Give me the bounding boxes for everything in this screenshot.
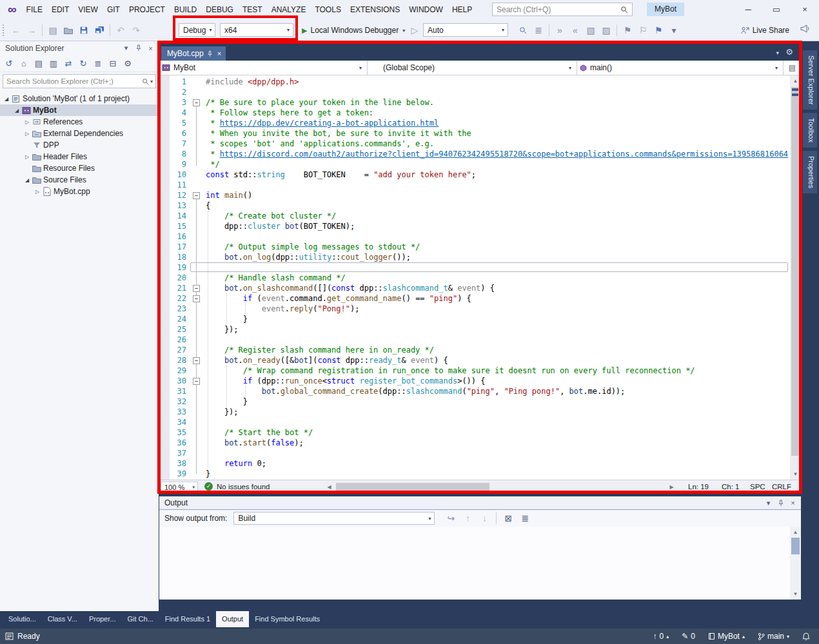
solution-explorer-search-input[interactable] (3, 77, 139, 85)
fold-box-icon[interactable]: − (193, 285, 200, 292)
code-line-29[interactable]: 29 /* Wrap command registration in run_o… (159, 366, 801, 376)
menu-edit[interactable]: EDIT (47, 5, 74, 14)
panel-tab-find-results-1[interactable]: Find Results 1 (159, 611, 216, 627)
window-position-caret-icon[interactable]: ▾ (121, 43, 132, 54)
editor-vertical-scrollbar[interactable]: ▲ ▼ (790, 75, 801, 480)
document-tab-mybot-cpp[interactable]: MyBot.cpp × (161, 46, 226, 61)
code-line-28[interactable]: 28− bot.on_ready([&bot](const dpp::ready… (159, 355, 801, 366)
quick-search-input[interactable] (493, 5, 617, 14)
menu-help[interactable]: HELP (448, 5, 477, 14)
pending-changes-icon[interactable]: ▥ (47, 57, 60, 70)
code-line-14[interactable]: 14 /* Create bot cluster */ (159, 211, 801, 221)
collapsed-arrow-icon[interactable]: ▷ (23, 131, 31, 137)
code-line-7[interactable]: 7 * scopes 'bot' and 'applications.comma… (159, 139, 801, 149)
fold-box-icon[interactable]: − (193, 99, 200, 106)
scroll-up-icon[interactable]: ▲ (790, 75, 801, 86)
scrollbar-thumb[interactable] (791, 87, 800, 456)
code-line-19[interactable]: 19 (159, 262, 801, 273)
tree-item-external-dependencies[interactable]: ▷External Dependencies (0, 128, 159, 139)
goto-message-icon[interactable]: ↪ (444, 511, 458, 525)
code-line-26[interactable]: 26 (159, 335, 801, 345)
code-line-1[interactable]: 1#include <dpp/dpp.h> (159, 77, 801, 87)
back-arrow-icon[interactable]: ← (9, 23, 23, 37)
output-source-dropdown[interactable]: Build ▾ (233, 512, 435, 525)
fold-box-icon[interactable]: − (193, 378, 200, 385)
code-line-3[interactable]: 3−/* Be sure to place your token in the … (159, 97, 801, 108)
tree-item-source-files[interactable]: ◢Source Files (0, 174, 159, 186)
collapse-all-icon[interactable]: ⊟ (106, 57, 119, 70)
code-health-indicator[interactable]: ✓ No issues found (204, 482, 270, 491)
indent-icon[interactable]: » (553, 23, 567, 37)
menu-extensions[interactable]: EXTENSIONS (346, 5, 404, 14)
flag-icon[interactable]: ⚑ (651, 23, 666, 37)
overflow-caret-icon[interactable]: ▾ (667, 23, 681, 37)
code-line-10[interactable]: 10const std::string BOT_TOKEN = "add you… (159, 170, 801, 180)
code-line-34[interactable]: 34 (159, 417, 801, 427)
refresh-icon[interactable]: ↻ (77, 57, 90, 70)
scroll-down-icon[interactable]: ▼ (790, 589, 801, 600)
notifications-bell-icon[interactable] (802, 632, 810, 641)
panel-tab-solutio[interactable]: Solutio... (3, 611, 42, 627)
expanded-arrow-icon[interactable]: ◢ (3, 96, 10, 102)
code-line-38[interactable]: 38 return 0; (159, 458, 801, 469)
vertical-tab-server-explorer[interactable]: Server Explorer (803, 50, 817, 110)
minimize-button[interactable]: ─ (734, 0, 762, 19)
code-line-11[interactable]: 11 (159, 180, 801, 190)
git-branch-picker[interactable]: main ▾ (758, 632, 789, 641)
start-debugging-button[interactable]: ▶ Local Windows Debugger ▾ (302, 23, 405, 37)
tree-item-header-files[interactable]: ▷Header Files (0, 151, 159, 162)
menu-view[interactable]: VIEW (74, 5, 103, 14)
code-line-5[interactable]: 5 * https://dpp.dev/creating-a-bot-appli… (159, 118, 801, 128)
line-numbers-icon[interactable]: ≣ (531, 23, 546, 37)
code-line-17[interactable]: 17 /* Output simple log messages to stdo… (159, 242, 801, 252)
platform-dropdown[interactable]: x64 ▾ (220, 23, 293, 37)
comment-icon[interactable]: ▧ (584, 23, 598, 37)
fold-box-icon[interactable]: − (193, 295, 200, 302)
redo-icon[interactable]: ↷ (129, 23, 143, 37)
solution-name-badge[interactable]: MyBot (647, 3, 684, 16)
panel-tab-proper[interactable]: Proper... (83, 611, 122, 627)
tree-item-mybot[interactable]: ◢MyBot (0, 104, 159, 116)
sync-active-document-icon[interactable]: ⇄ (62, 57, 75, 70)
vertical-tab-properties[interactable]: Properties (803, 151, 817, 193)
code-line-37[interactable]: 37 (159, 448, 801, 458)
tree-item-references[interactable]: ▷References (0, 116, 159, 128)
code-line-31[interactable]: 31 bot.global_command_create(dpp::slashc… (159, 386, 801, 396)
find-in-files-icon[interactable] (516, 23, 530, 37)
fold-collapse-icon[interactable]: − (192, 97, 202, 108)
tree-item-solution-mybot-1-of-1-project[interactable]: ◢Solution 'MyBot' (1 of 1 project) (0, 93, 159, 104)
output-content[interactable]: ▲ ▼ (159, 527, 801, 600)
bookmark-icon[interactable]: ⚑ (620, 23, 635, 37)
code-line-6[interactable]: 6 * When you invite the bot, be sure to … (159, 128, 801, 139)
panel-tab-class-v[interactable]: Class V... (42, 611, 83, 627)
code-line-25[interactable]: 25 }); (159, 324, 801, 335)
code-editor[interactable]: 1#include <dpp/dpp.h>23−/* Be sure to pl… (159, 75, 801, 480)
git-outgoing-commits[interactable]: ↑ 0 ▴ (653, 632, 669, 641)
project-dropdown[interactable]: MyBot ▾ (159, 61, 368, 75)
menu-tools[interactable]: TOOLS (310, 5, 345, 14)
menu-git[interactable]: GIT (103, 5, 124, 14)
open-file-icon[interactable] (61, 23, 75, 37)
fold-box-icon[interactable]: − (193, 357, 200, 364)
window-position-caret-icon[interactable]: ▾ (763, 498, 774, 509)
code-line-39[interactable]: 39} (159, 469, 801, 479)
save-icon[interactable] (77, 23, 91, 37)
forward-arrow-icon[interactable]: → (25, 23, 39, 37)
code-line-13[interactable]: 13{ (159, 200, 801, 211)
menu-test[interactable]: TEST (238, 5, 267, 14)
scroll-left-icon[interactable]: ◀ (324, 482, 334, 493)
fold-collapse-icon[interactable]: − (192, 355, 202, 366)
next-message-icon[interactable]: ↓ (477, 511, 491, 525)
code-line-23[interactable]: 23 event.reply("Pong!"); (159, 304, 801, 314)
tree-item-mybot-cpp[interactable]: ▷MyBot.cpp (0, 186, 159, 197)
scroll-down-icon[interactable]: ▼ (790, 469, 801, 480)
hot-reload-mode-dropdown[interactable]: Auto ▾ (423, 23, 508, 37)
background-tasks-icon[interactable] (5, 632, 14, 640)
undo-icon[interactable]: ↶ (113, 23, 128, 37)
maximize-button[interactable]: ▭ (762, 0, 791, 19)
new-project-icon[interactable]: ▤ (46, 23, 60, 37)
clear-all-icon[interactable]: ⊠ (501, 511, 515, 525)
nest-files-icon[interactable]: ≣ (92, 57, 104, 70)
member-dropdown[interactable]: main() ▾ (577, 61, 784, 75)
outdent-icon[interactable]: « (568, 23, 582, 37)
